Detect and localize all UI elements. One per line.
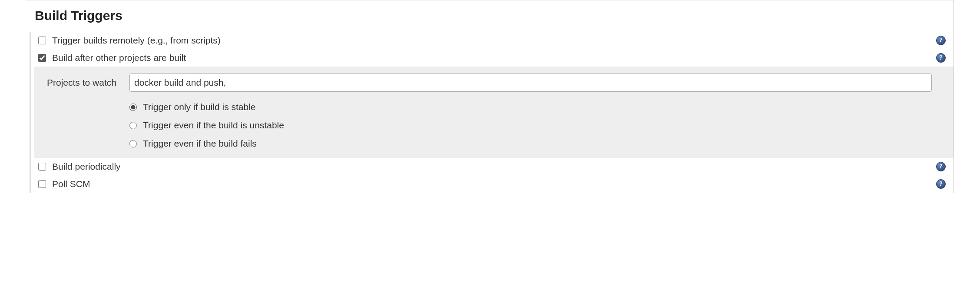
trigger-remote-row: Trigger builds remotely (e.g., from scri…: [34, 32, 954, 49]
trigger-pollscm-row: Poll SCM ?: [34, 175, 954, 193]
trigger-pollscm-label[interactable]: Poll SCM: [52, 179, 90, 189]
section-title: Build Triggers: [35, 4, 954, 32]
projects-to-watch-row: Projects to watch: [34, 67, 954, 96]
threshold-stable-label[interactable]: Trigger only if build is stable: [143, 102, 256, 112]
projects-to-watch-label: Projects to watch: [47, 77, 121, 88]
projects-to-watch-input[interactable]: [129, 74, 932, 92]
trigger-periodic-checkbox[interactable]: [38, 163, 46, 171]
trigger-periodic-label[interactable]: Build periodically: [52, 161, 121, 172]
trigger-upstream-row: Build after other projects are built ?: [34, 49, 954, 67]
threshold-unstable-radio[interactable]: [129, 122, 137, 129]
threshold-unstable-label[interactable]: Trigger even if the build is unstable: [143, 120, 284, 131]
threshold-fails-radio[interactable]: [129, 140, 137, 147]
triggers-block: Trigger builds remotely (e.g., from scri…: [30, 32, 954, 193]
trigger-remote-label[interactable]: Trigger builds remotely (e.g., from scri…: [52, 35, 221, 46]
trigger-upstream-label[interactable]: Build after other projects are built: [52, 53, 186, 63]
threshold-radio-group: Trigger only if build is stable Trigger …: [34, 96, 954, 154]
upstream-config-panel: Projects to watch Trigger only if build …: [34, 67, 954, 158]
threshold-fails-label[interactable]: Trigger even if the build fails: [143, 138, 257, 149]
help-icon[interactable]: ?: [936, 179, 946, 189]
help-icon[interactable]: ?: [936, 36, 946, 45]
threshold-stable-radio[interactable]: [129, 104, 137, 111]
trigger-remote-checkbox[interactable]: [38, 37, 46, 44]
help-icon[interactable]: ?: [936, 162, 946, 171]
build-triggers-section: Build Triggers Trigger builds remotely (…: [26, 0, 954, 193]
trigger-upstream-checkbox[interactable]: [38, 54, 46, 62]
help-icon[interactable]: ?: [936, 53, 946, 63]
trigger-pollscm-checkbox[interactable]: [38, 180, 46, 188]
trigger-periodic-row: Build periodically ?: [34, 158, 954, 175]
